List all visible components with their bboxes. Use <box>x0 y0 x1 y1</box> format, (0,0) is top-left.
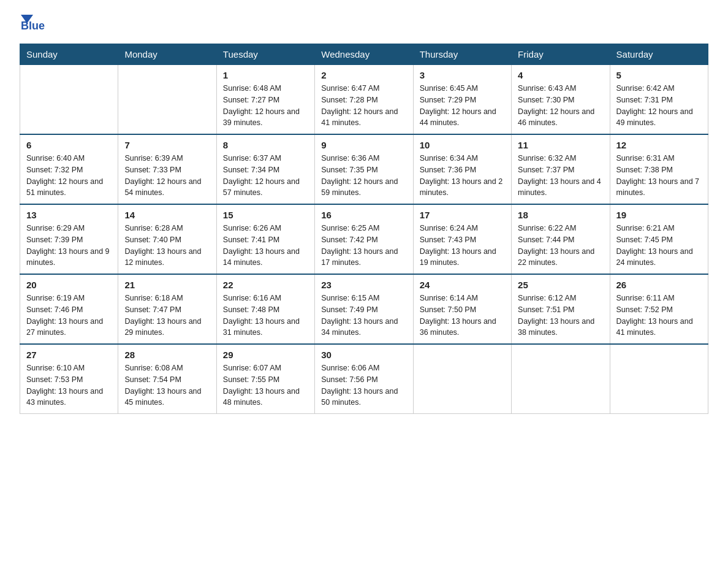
day-info: Sunrise: 6:07 AMSunset: 7:55 PMDaylight:… <box>223 362 308 408</box>
day-info: Sunrise: 6:10 AMSunset: 7:53 PMDaylight:… <box>26 362 112 408</box>
day-number: 2 <box>321 70 406 80</box>
day-number: 21 <box>124 280 210 290</box>
calendar-cell <box>413 344 511 414</box>
day-number: 29 <box>223 350 308 360</box>
calendar-table: SundayMondayTuesdayWednesdayThursdayFrid… <box>20 44 708 414</box>
day-number: 20 <box>26 280 112 290</box>
calendar-cell: 10Sunrise: 6:34 AMSunset: 7:36 PMDayligh… <box>413 134 511 204</box>
calendar-cell: 21Sunrise: 6:18 AMSunset: 7:47 PMDayligh… <box>118 274 216 344</box>
calendar-cell: 4Sunrise: 6:43 AMSunset: 7:30 PMDaylight… <box>512 65 610 135</box>
logo-subtitle: Blue <box>21 20 45 33</box>
day-number: 5 <box>616 70 702 80</box>
calendar-cell: 7Sunrise: 6:39 AMSunset: 7:33 PMDaylight… <box>118 134 216 204</box>
day-info: Sunrise: 6:29 AMSunset: 7:39 PMDaylight:… <box>26 223 112 269</box>
day-number: 3 <box>420 70 505 80</box>
day-info: Sunrise: 6:48 AMSunset: 7:27 PMDaylight:… <box>223 83 308 129</box>
calendar-cell: 30Sunrise: 6:06 AMSunset: 7:56 PMDayligh… <box>315 344 413 414</box>
day-number: 18 <box>518 210 603 220</box>
calendar-cell <box>118 65 216 135</box>
day-number: 6 <box>26 140 112 150</box>
day-info: Sunrise: 6:25 AMSunset: 7:42 PMDaylight:… <box>321 223 406 269</box>
day-number: 8 <box>223 140 308 150</box>
calendar-cell: 3Sunrise: 6:45 AMSunset: 7:29 PMDaylight… <box>413 65 511 135</box>
calendar-cell <box>20 65 118 135</box>
day-info: Sunrise: 6:28 AMSunset: 7:40 PMDaylight:… <box>124 223 210 269</box>
day-info: Sunrise: 6:22 AMSunset: 7:44 PMDaylight:… <box>518 223 603 269</box>
calendar-cell: 20Sunrise: 6:19 AMSunset: 7:46 PMDayligh… <box>20 274 118 344</box>
day-info: Sunrise: 6:47 AMSunset: 7:28 PMDaylight:… <box>321 83 406 129</box>
day-number: 27 <box>26 350 112 360</box>
day-info: Sunrise: 6:45 AMSunset: 7:29 PMDaylight:… <box>420 83 505 129</box>
calendar-cell: 13Sunrise: 6:29 AMSunset: 7:39 PMDayligh… <box>20 204 118 274</box>
day-info: Sunrise: 6:40 AMSunset: 7:32 PMDaylight:… <box>26 153 112 199</box>
calendar-cell: 9Sunrise: 6:36 AMSunset: 7:35 PMDaylight… <box>315 134 413 204</box>
calendar-cell: 25Sunrise: 6:12 AMSunset: 7:51 PMDayligh… <box>512 274 610 344</box>
calendar-cell <box>610 344 708 414</box>
calendar-cell: 23Sunrise: 6:15 AMSunset: 7:49 PMDayligh… <box>315 274 413 344</box>
calendar-cell: 28Sunrise: 6:08 AMSunset: 7:54 PMDayligh… <box>118 344 216 414</box>
day-info: Sunrise: 6:39 AMSunset: 7:33 PMDaylight:… <box>124 153 210 199</box>
weekday-header: Thursday <box>413 44 511 65</box>
day-info: Sunrise: 6:42 AMSunset: 7:31 PMDaylight:… <box>616 83 702 129</box>
weekday-header: Friday <box>512 44 610 65</box>
day-number: 16 <box>321 210 406 220</box>
calendar-cell: 12Sunrise: 6:31 AMSunset: 7:38 PMDayligh… <box>610 134 708 204</box>
day-number: 7 <box>124 140 210 150</box>
calendar-cell: 8Sunrise: 6:37 AMSunset: 7:34 PMDaylight… <box>216 134 314 204</box>
calendar-cell: 19Sunrise: 6:21 AMSunset: 7:45 PMDayligh… <box>610 204 708 274</box>
calendar-cell: 26Sunrise: 6:11 AMSunset: 7:52 PMDayligh… <box>610 274 708 344</box>
calendar-cell: 2Sunrise: 6:47 AMSunset: 7:28 PMDaylight… <box>315 65 413 135</box>
day-number: 11 <box>518 140 603 150</box>
day-number: 26 <box>616 280 702 290</box>
calendar-week-row: 1Sunrise: 6:48 AMSunset: 7:27 PMDaylight… <box>20 65 708 135</box>
day-number: 9 <box>321 140 406 150</box>
calendar-cell: 24Sunrise: 6:14 AMSunset: 7:50 PMDayligh… <box>413 274 511 344</box>
calendar-week-row: 13Sunrise: 6:29 AMSunset: 7:39 PMDayligh… <box>20 204 708 274</box>
calendar-week-row: 27Sunrise: 6:10 AMSunset: 7:53 PMDayligh… <box>20 344 708 414</box>
day-number: 4 <box>518 70 603 80</box>
weekday-header: Tuesday <box>216 44 314 65</box>
calendar-week-row: 20Sunrise: 6:19 AMSunset: 7:46 PMDayligh… <box>20 274 708 344</box>
page-header: Blue <box>20 15 708 33</box>
calendar-cell: 6Sunrise: 6:40 AMSunset: 7:32 PMDaylight… <box>20 134 118 204</box>
day-info: Sunrise: 6:24 AMSunset: 7:43 PMDaylight:… <box>420 223 505 269</box>
calendar-cell: 16Sunrise: 6:25 AMSunset: 7:42 PMDayligh… <box>315 204 413 274</box>
day-info: Sunrise: 6:19 AMSunset: 7:46 PMDaylight:… <box>26 293 112 339</box>
day-number: 14 <box>124 210 210 220</box>
day-number: 24 <box>420 280 505 290</box>
weekday-header: Saturday <box>610 44 708 65</box>
weekday-header: Monday <box>118 44 216 65</box>
day-info: Sunrise: 6:21 AMSunset: 7:45 PMDaylight:… <box>616 223 702 269</box>
day-number: 19 <box>616 210 702 220</box>
day-info: Sunrise: 6:11 AMSunset: 7:52 PMDaylight:… <box>616 293 702 339</box>
day-info: Sunrise: 6:36 AMSunset: 7:35 PMDaylight:… <box>321 153 406 199</box>
day-number: 13 <box>26 210 112 220</box>
calendar-cell: 29Sunrise: 6:07 AMSunset: 7:55 PMDayligh… <box>216 344 314 414</box>
calendar-cell: 5Sunrise: 6:42 AMSunset: 7:31 PMDaylight… <box>610 65 708 135</box>
calendar-header-row: SundayMondayTuesdayWednesdayThursdayFrid… <box>20 44 708 65</box>
day-info: Sunrise: 6:15 AMSunset: 7:49 PMDaylight:… <box>321 293 406 339</box>
day-info: Sunrise: 6:16 AMSunset: 7:48 PMDaylight:… <box>223 293 308 339</box>
weekday-header: Wednesday <box>315 44 413 65</box>
calendar-cell: 1Sunrise: 6:48 AMSunset: 7:27 PMDaylight… <box>216 65 314 135</box>
day-number: 23 <box>321 280 406 290</box>
day-number: 25 <box>518 280 603 290</box>
day-info: Sunrise: 6:14 AMSunset: 7:50 PMDaylight:… <box>420 293 505 339</box>
calendar-cell <box>512 344 610 414</box>
calendar-week-row: 6Sunrise: 6:40 AMSunset: 7:32 PMDaylight… <box>20 134 708 204</box>
calendar-cell: 15Sunrise: 6:26 AMSunset: 7:41 PMDayligh… <box>216 204 314 274</box>
weekday-header: Sunday <box>20 44 118 65</box>
calendar-cell: 22Sunrise: 6:16 AMSunset: 7:48 PMDayligh… <box>216 274 314 344</box>
day-number: 1 <box>223 70 308 80</box>
day-info: Sunrise: 6:34 AMSunset: 7:36 PMDaylight:… <box>420 153 505 199</box>
day-info: Sunrise: 6:08 AMSunset: 7:54 PMDaylight:… <box>124 362 210 408</box>
day-info: Sunrise: 6:12 AMSunset: 7:51 PMDaylight:… <box>518 293 603 339</box>
day-info: Sunrise: 6:32 AMSunset: 7:37 PMDaylight:… <box>518 153 603 199</box>
calendar-cell: 18Sunrise: 6:22 AMSunset: 7:44 PMDayligh… <box>512 204 610 274</box>
day-info: Sunrise: 6:31 AMSunset: 7:38 PMDaylight:… <box>616 153 702 199</box>
day-number: 28 <box>124 350 210 360</box>
day-info: Sunrise: 6:43 AMSunset: 7:30 PMDaylight:… <box>518 83 603 129</box>
day-info: Sunrise: 6:37 AMSunset: 7:34 PMDaylight:… <box>223 153 308 199</box>
calendar-cell: 27Sunrise: 6:10 AMSunset: 7:53 PMDayligh… <box>20 344 118 414</box>
calendar-cell: 11Sunrise: 6:32 AMSunset: 7:37 PMDayligh… <box>512 134 610 204</box>
